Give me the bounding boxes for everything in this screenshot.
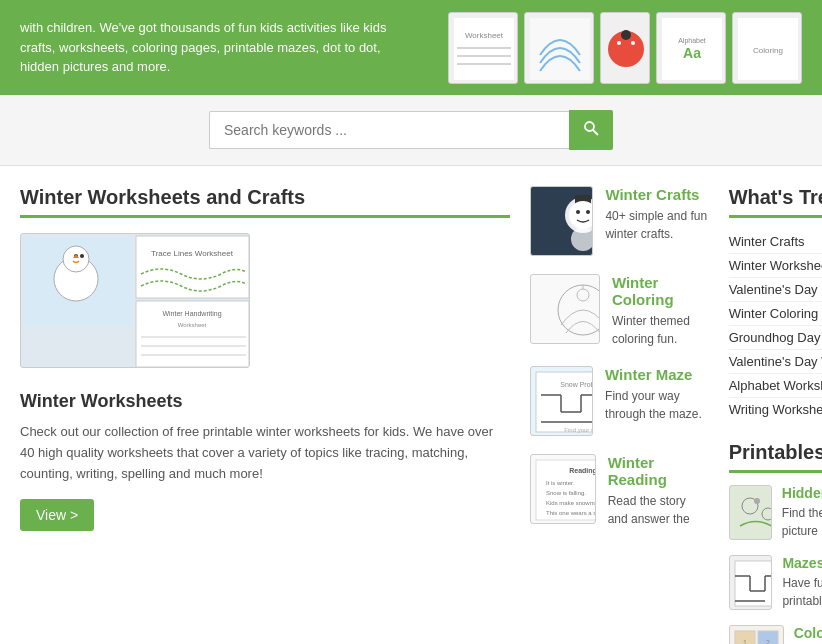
header-thumb-2 [524,12,594,84]
list-item[interactable]: Valentine's Day Crafts [729,278,822,302]
svg-text:Worksheet: Worksheet [465,31,504,40]
svg-point-38 [577,289,589,301]
list-item: Hidden pictures Find the hidden objects … [729,485,822,540]
winter-reading-desc: Read the story and answer the [608,494,690,526]
svg-point-15 [585,122,594,131]
svg-text:Coloring: Coloring [753,46,783,55]
mazes-title[interactable]: Mazes [782,555,822,571]
winter-crafts-thumb [530,186,593,256]
worksheets-grid: Trace Lines Worksheet Winter Handwriting… [20,233,510,371]
svg-text:Kids make snowman.: Kids make snowman. [546,500,596,506]
search-input[interactable] [209,111,569,149]
header-text: with children. We've got thousands of fu… [20,18,400,77]
svg-point-9 [631,41,635,45]
winter-crafts-desc: 40+ simple and fun winter crafts. [605,209,707,241]
winter-reading-title[interactable]: Winter Reading [608,454,709,488]
winter-maze-thumb: Snow Problem Find your way [530,366,593,436]
header-images: Worksheet Alphabet Aa Coloring [448,12,802,84]
left-column: Winter Worksheets and Crafts Trace Lines… [20,186,510,644]
svg-point-58 [754,498,760,504]
svg-rect-59 [735,561,773,606]
worksheets-subtitle: Winter Worksheets [20,391,510,412]
svg-point-19 [63,246,89,272]
svg-text:Alphabet: Alphabet [678,37,706,45]
list-item: 1 2 3 4 Color By Numbers [729,625,822,644]
search-icon [583,120,599,136]
svg-text:Find your way: Find your way [564,427,593,433]
list-item[interactable]: Winter Coloring Pages [729,302,822,326]
winter-crafts-title[interactable]: Winter Crafts [605,186,708,203]
svg-text:Worksheet: Worksheet [178,322,207,328]
color-by-numbers-title[interactable]: Color By Numbers [794,625,822,641]
color-by-numbers-thumb: 1 2 3 4 [729,625,784,644]
printables-title: Printables [729,441,822,473]
search-bar [0,95,822,166]
right-column: What's Trending Winter Crafts Winter Wor… [729,186,822,644]
list-item: Winter Coloring Winter themed coloring f… [530,274,709,348]
svg-text:Trace Lines Worksheet: Trace Lines Worksheet [151,249,234,258]
list-item[interactable]: Writing Worksheets [729,398,822,421]
hidden-pictures-thumb [729,485,772,540]
svg-text:It is winter.: It is winter. [546,480,575,486]
svg-text:Snow is falling.: Snow is falling. [546,490,586,496]
winter-coloring-thumb [530,274,600,344]
winter-reading-thumb: Reading It is winter. Snow is falling. K… [530,454,596,524]
worksheets-description: Check out our collection of free printab… [20,422,510,484]
svg-rect-23 [136,236,249,298]
winter-crafts-info: Winter Crafts 40+ simple and fun winter … [605,186,708,243]
header-thumb-4: Alphabet Aa [656,12,726,84]
winter-coloring-title[interactable]: Winter Coloring [612,274,709,308]
list-item: Mazes Have fun finding your way through … [729,555,822,610]
svg-text:1: 1 [743,639,747,644]
header-thumb-5: Coloring [732,12,802,84]
winter-maze-info: Winter Maze Find your way through the ma… [605,366,709,423]
winter-coloring-info: Winter Coloring Winter themed coloring f… [612,274,709,348]
svg-point-35 [586,210,590,214]
list-item[interactable]: Groundhog Day Crafts [729,326,822,350]
hidden-pictures-info: Hidden pictures Find the hidden objects … [782,485,822,540]
list-item[interactable]: Winter Worksheets [729,254,822,278]
list-item: Reading It is winter. Snow is falling. K… [530,454,709,528]
trending-title: What's Trending [729,186,822,218]
list-item: Snow Problem Find your way Winter Maze F… [530,366,709,436]
svg-text:Winter Handwriting: Winter Handwriting [162,310,221,318]
left-section-title: Winter Worksheets and Crafts [20,186,510,218]
mazes-info: Mazes Have fun finding your way through … [782,555,822,610]
svg-text:This one wears a scarf.: This one wears a scarf. [546,510,596,516]
list-item[interactable]: Alphabet Worksheets [729,374,822,398]
header-thumb-1: Worksheet [448,12,518,84]
mazes-thumb [729,555,773,610]
svg-point-57 [762,508,772,520]
header-thumb-3 [600,12,650,84]
winter-reading-info: Winter Reading Read the story and answer… [608,454,709,528]
list-item[interactable]: Winter Crafts [729,230,822,254]
color-by-numbers-info: Color By Numbers [794,625,822,644]
svg-point-21 [80,254,84,258]
list-item: Winter Crafts 40+ simple and fun winter … [530,186,709,256]
svg-text:2: 2 [766,639,770,644]
hidden-pictures-desc: Find the hidden objects in these free hi… [782,506,822,538]
trending-list: Winter Crafts Winter Worksheets Valentin… [729,230,822,421]
header-banner: with children. We've got thousands of fu… [0,0,822,95]
mazes-desc: Have fun finding your way through these … [782,576,822,608]
winter-coloring-desc: Winter themed coloring fun. [612,314,690,346]
svg-line-16 [593,130,598,135]
worksheet-collage: Trace Lines Worksheet Winter Handwriting… [20,233,250,371]
activities-list: Winter Crafts 40+ simple and fun winter … [530,186,709,644]
svg-text:Snow Problem: Snow Problem [560,381,593,388]
main-content: Winter Worksheets and Crafts Trace Lines… [0,166,822,644]
svg-rect-0 [454,18,514,80]
view-button[interactable]: View > [20,499,94,531]
svg-point-7 [621,30,631,40]
winter-maze-title[interactable]: Winter Maze [605,366,709,383]
list-item[interactable]: Valentine's Day Worksheets [729,350,822,374]
svg-point-8 [617,41,621,45]
search-button[interactable] [569,110,613,150]
hidden-pictures-title[interactable]: Hidden pictures [782,485,822,501]
svg-point-34 [576,210,580,214]
svg-text:Reading: Reading [569,467,595,475]
svg-text:Aa: Aa [683,45,701,61]
winter-maze-desc: Find your way through the maze. [605,389,702,421]
